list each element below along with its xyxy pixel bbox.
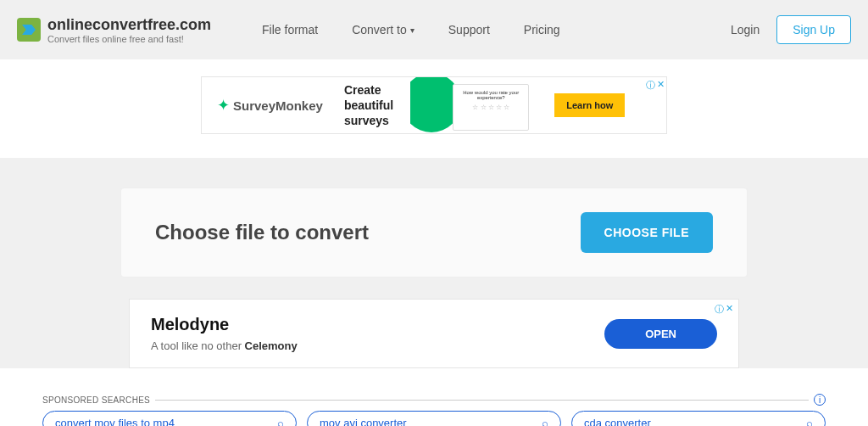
ad2-close-icon[interactable]: ✕ xyxy=(726,303,733,316)
ad-banner-top[interactable]: ⓘ ✕ ✦ SurveyMonkey Create beautiful surv… xyxy=(201,76,667,134)
nav-file-format[interactable]: File format xyxy=(262,23,318,36)
ad2-open-button[interactable]: OPEN xyxy=(604,319,717,349)
logo-area[interactable]: onlineconvertfree.com Convert files onli… xyxy=(17,16,211,44)
ad-brand-logo: ✦ SurveyMonkey xyxy=(217,96,323,115)
header: onlineconvertfree.com Convert files onli… xyxy=(0,0,868,59)
auth-area: Login Sign Up xyxy=(731,15,851,44)
ad2-title: Melodyne xyxy=(151,315,298,334)
brand-tagline: Convert files online free and fast! xyxy=(47,34,211,44)
ad-cta-button[interactable]: Learn how xyxy=(554,93,625,117)
nav-convert-to-label: Convert to xyxy=(352,23,407,36)
ad-close-controls: ⓘ ✕ xyxy=(646,79,665,92)
nav-convert-to[interactable]: Convert to ▾ xyxy=(352,23,415,36)
search-icon: ⌕ xyxy=(277,417,284,426)
sponsored-header: SPONSORED SEARCHES i xyxy=(42,394,826,406)
upload-card: Choose file to convert CHOOSE FILE xyxy=(120,188,748,277)
sponsored-link-text: convert mov files to mp4 xyxy=(55,417,175,426)
ad-brand-name: SurveyMonkey xyxy=(233,98,323,113)
ad2-close-controls: ⓘ ✕ xyxy=(715,303,733,316)
nav-support[interactable]: Support xyxy=(448,23,490,36)
nav-pricing[interactable]: Pricing xyxy=(524,23,560,36)
logo-icon xyxy=(17,18,41,42)
sponsored-link-2[interactable]: mov avi converter ⌕ xyxy=(307,411,561,426)
brand-name: onlineconvertfree.com xyxy=(47,16,211,34)
upload-title: Choose file to convert xyxy=(155,221,369,244)
star-rating-icon: ☆ ☆ ☆ ☆ ☆ xyxy=(459,104,523,111)
sponsored-link-3[interactable]: cda converter ⌕ xyxy=(571,411,826,426)
ad-banner-middle[interactable]: ⓘ ✕ Melodyne A tool like no other Celemo… xyxy=(129,299,739,368)
search-icon: ⌕ xyxy=(806,417,813,426)
ad-graphic-card: How would you rate your experience? ☆ ☆ … xyxy=(453,84,529,131)
sponsored-links: convert mov files to mp4 ⌕ mov avi conve… xyxy=(42,411,826,426)
sponsored-searches: SPONSORED SEARCHES i convert mov files t… xyxy=(0,368,868,426)
ad2-subtitle: A tool like no other Celemony xyxy=(151,339,298,352)
ad2-text: Melodyne A tool like no other Celemony xyxy=(151,315,298,352)
chevron-down-icon: ▾ xyxy=(410,25,415,35)
ad-close-icon[interactable]: ✕ xyxy=(657,79,665,92)
main-nav: File format Convert to ▾ Support Pricing xyxy=(262,23,560,36)
ad-banner-top-container: ⓘ ✕ ✦ SurveyMonkey Create beautiful surv… xyxy=(0,59,868,158)
sponsored-link-1[interactable]: convert mov files to mp4 ⌕ xyxy=(42,411,297,426)
divider xyxy=(155,400,809,401)
choose-file-button[interactable]: CHOOSE FILE xyxy=(581,212,713,253)
main-section: Choose file to convert CHOOSE FILE ⓘ ✕ M… xyxy=(0,158,868,426)
sponsored-link-text: mov avi converter xyxy=(320,417,407,426)
ad-info-icon[interactable]: ⓘ xyxy=(646,79,655,92)
sponsored-label: SPONSORED SEARCHES xyxy=(42,395,150,405)
sponsored-info-icon[interactable]: i xyxy=(814,394,826,406)
login-link[interactable]: Login xyxy=(731,23,760,36)
search-icon: ⌕ xyxy=(542,417,548,426)
ad2-info-icon[interactable]: ⓘ xyxy=(715,303,724,316)
ad-graphic: How would you rate your experience? ☆ ☆ … xyxy=(410,77,537,133)
ad-headline: Create beautiful surveys xyxy=(344,82,393,129)
ad-card-text: How would you rate your experience? xyxy=(459,90,523,100)
brand-text: onlineconvertfree.com Convert files onli… xyxy=(47,16,211,44)
surveymonkey-icon: ✦ xyxy=(217,96,230,115)
signup-button[interactable]: Sign Up xyxy=(776,15,851,44)
sponsored-link-text: cda converter xyxy=(584,417,651,426)
